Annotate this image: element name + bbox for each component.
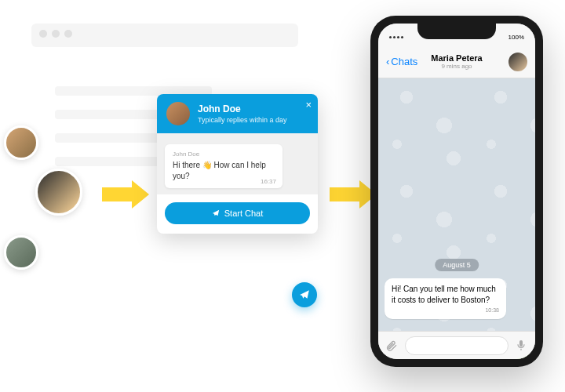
phone-notch <box>417 24 496 39</box>
signal-icon <box>389 36 403 38</box>
svg-rect-0 <box>519 340 523 347</box>
telegram-launcher[interactable] <box>292 282 317 307</box>
message-input-bar <box>378 331 535 359</box>
widget-message: John Doe Hi there 👋 How can I help you? … <box>165 144 282 188</box>
back-label: Chats <box>391 56 417 67</box>
close-icon[interactable]: × <box>305 99 312 111</box>
contact-avatar[interactable] <box>508 53 527 71</box>
agent-subtitle: Typically replies within a day <box>198 116 287 124</box>
chevron-left-icon: ‹ <box>386 56 389 67</box>
agent-avatar <box>166 102 190 125</box>
chat-widget: John Doe Typically replies within a day … <box>157 94 318 234</box>
battery-level: 100% <box>508 34 524 41</box>
incoming-message: Hi! Can you tell me how much it costs to… <box>385 278 506 319</box>
microphone-icon[interactable] <box>515 339 529 353</box>
browser-dots <box>39 30 72 38</box>
attachment-icon[interactable] <box>385 339 399 353</box>
start-chat-button[interactable]: Start Chat <box>165 202 310 224</box>
avatar <box>4 125 38 160</box>
date-separator: August 5 <box>435 259 479 271</box>
last-seen: 9 mins ago <box>431 63 482 70</box>
arrow-icon <box>330 180 377 209</box>
telegram-icon <box>212 209 220 217</box>
content-skeleton <box>55 157 173 166</box>
message-time: 10:38 <box>392 307 499 314</box>
avatar <box>35 169 82 216</box>
back-button[interactable]: ‹ Chats <box>386 56 417 67</box>
message-time: 16:37 <box>261 178 276 185</box>
widget-header: John Doe Typically replies within a day … <box>157 94 318 133</box>
phone-screen: 100% ‹ Chats Maria Petera 9 mins ago Aug… <box>378 24 535 359</box>
message-input[interactable] <box>405 336 508 355</box>
avatar <box>4 235 38 270</box>
message-text: Hi! Can you tell me how much it costs to… <box>392 285 496 304</box>
widget-body: John Doe Hi there 👋 How can I help you? … <box>157 133 318 194</box>
agent-name: John Doe <box>198 103 287 114</box>
start-chat-label: Start Chat <box>224 209 264 218</box>
nav-bar: ‹ Chats Maria Petera 9 mins ago <box>378 45 535 78</box>
message-text: Hi there 👋 How can I help you? <box>173 160 275 182</box>
message-sender: John Doe <box>173 151 275 158</box>
telegram-icon <box>299 289 310 300</box>
arrow-icon <box>102 180 149 209</box>
phone-frame: 100% ‹ Chats Maria Petera 9 mins ago Aug… <box>370 16 543 367</box>
contact-name: Maria Petera <box>431 53 482 63</box>
chat-area: August 5 Hi! Can you tell me how much it… <box>378 78 535 331</box>
